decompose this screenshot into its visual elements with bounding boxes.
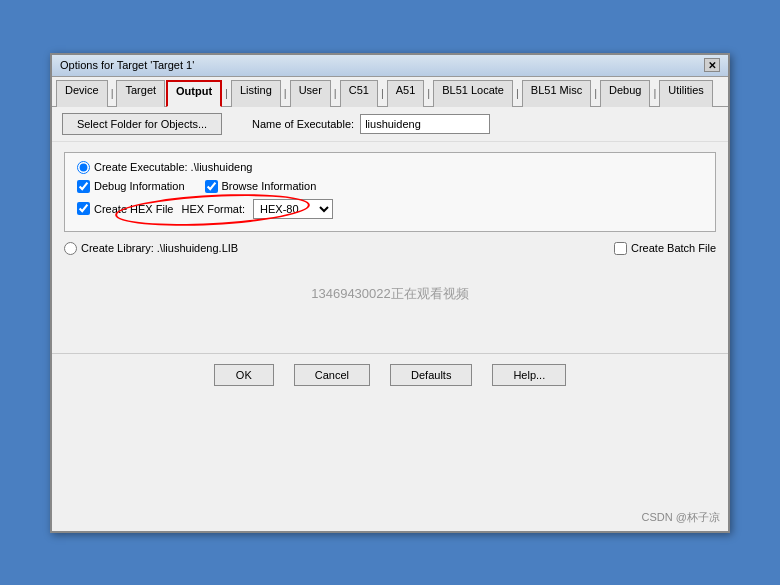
tab-a51[interactable]: A51 — [387, 80, 425, 107]
tab-bl51-locate[interactable]: BL51 Locate — [433, 80, 513, 107]
create-executable-text: Create Executable: .\liushuideng — [94, 161, 252, 173]
tab-c51[interactable]: C51 — [340, 80, 378, 107]
separator8: | — [592, 80, 599, 106]
tab-user[interactable]: User — [290, 80, 331, 107]
name-exec-section: Name of Executable: — [252, 114, 718, 134]
ok-button[interactable]: OK — [214, 364, 274, 386]
bottom-options-row: Create Library: .\liushuideng.LIB Create… — [64, 242, 716, 255]
main-dialog: Options for Target 'Target 1' ✕ Device |… — [50, 53, 730, 533]
create-executable-group: Create Executable: .\liushuideng Debug I… — [64, 152, 716, 232]
create-executable-radio-label[interactable]: Create Executable: .\liushuideng — [77, 161, 252, 174]
tab-utilities[interactable]: Utilities — [659, 80, 712, 107]
create-hex-label[interactable]: Create HEX File — [77, 202, 173, 215]
tab-output[interactable]: Output — [166, 80, 222, 107]
cancel-button[interactable]: Cancel — [294, 364, 370, 386]
content-area: Create Executable: .\liushuideng Debug I… — [52, 142, 728, 343]
title-bar: Options for Target 'Target 1' ✕ — [52, 55, 728, 77]
browse-info-checkbox[interactable] — [205, 180, 218, 193]
separator: | — [109, 80, 116, 106]
create-hex-checkbox[interactable] — [77, 202, 90, 215]
create-batch-checkbox[interactable] — [614, 242, 627, 255]
separator9: | — [651, 80, 658, 106]
separator7: | — [514, 80, 521, 106]
debug-browse-row: Debug Information Browse Information — [77, 180, 703, 193]
debug-info-text: Debug Information — [94, 180, 185, 192]
debug-info-label[interactable]: Debug Information — [77, 180, 185, 193]
debug-info-checkbox[interactable] — [77, 180, 90, 193]
batch-row: Create Batch File — [614, 242, 716, 255]
separator6: | — [425, 80, 432, 106]
library-row: Create Library: .\liushuideng.LIB — [64, 242, 238, 255]
create-executable-row: Create Executable: .\liushuideng — [77, 161, 703, 174]
separator4: | — [332, 80, 339, 106]
separator5: | — [379, 80, 386, 106]
hex-row: Create HEX File HEX Format: HEX-80 HEX-3… — [77, 199, 703, 219]
hex-format-text: HEX Format: — [181, 203, 245, 215]
tab-bl51-misc[interactable]: BL51 Misc — [522, 80, 591, 107]
button-bar: OK Cancel Defaults Help... — [52, 353, 728, 396]
tab-listing[interactable]: Listing — [231, 80, 281, 107]
separator2: | — [223, 80, 230, 106]
create-executable-radio[interactable] — [77, 161, 90, 174]
browse-info-text: Browse Information — [222, 180, 317, 192]
tab-target[interactable]: Target — [116, 80, 165, 107]
help-button[interactable]: Help... — [492, 364, 566, 386]
tabs-bar: Device | Target Output | Listing | User … — [52, 77, 728, 107]
dialog-title: Options for Target 'Target 1' — [60, 59, 194, 71]
close-button[interactable]: ✕ — [704, 58, 720, 72]
separator3: | — [282, 80, 289, 106]
create-library-radio-label[interactable]: Create Library: .\liushuideng.LIB — [64, 242, 238, 255]
executable-input[interactable] — [360, 114, 490, 134]
create-library-text: Create Library: .\liushuideng.LIB — [81, 242, 238, 254]
select-folder-button[interactable]: Select Folder for Objects... — [62, 113, 222, 135]
top-action-row: Select Folder for Objects... Name of Exe… — [52, 107, 728, 142]
browse-info-label[interactable]: Browse Information — [205, 180, 317, 193]
create-library-radio[interactable] — [64, 242, 77, 255]
create-hex-text: Create HEX File — [94, 203, 173, 215]
watermark-text: 13469430022正在观看视频 — [64, 255, 716, 333]
csdn-watermark: CSDN @杯子凉 — [642, 510, 720, 525]
create-batch-text: Create Batch File — [631, 242, 716, 254]
hex-format-select[interactable]: HEX-80 HEX-386 — [253, 199, 333, 219]
create-batch-label[interactable]: Create Batch File — [614, 242, 716, 255]
tab-debug[interactable]: Debug — [600, 80, 650, 107]
defaults-button[interactable]: Defaults — [390, 364, 472, 386]
tab-device[interactable]: Device — [56, 80, 108, 107]
name-of-executable-label: Name of Executable: — [252, 118, 354, 130]
